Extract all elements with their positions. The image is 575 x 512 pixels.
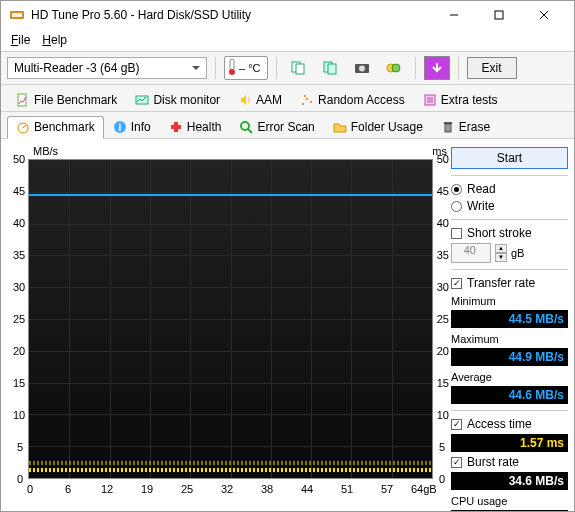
y-tick-r: 45 <box>437 185 449 197</box>
x-tick: 0 <box>27 483 33 495</box>
x-tick: 25 <box>181 483 193 495</box>
close-button[interactable] <box>521 1 566 29</box>
menu-file[interactable]: File <box>7 31 34 49</box>
write-radio[interactable]: Write <box>451 199 568 213</box>
short-stroke-spinner[interactable]: ▲▼ <box>495 244 507 262</box>
x-tick: 32 <box>221 483 233 495</box>
toolbar-separator <box>458 57 459 79</box>
exit-button[interactable]: Exit <box>467 57 517 79</box>
health-icon <box>169 120 183 134</box>
copy-info-button[interactable] <box>285 56 311 80</box>
short-stroke-input[interactable]: 40 <box>451 243 491 263</box>
checkbox-label: Transfer rate <box>467 276 535 290</box>
tabrow-top: File Benchmark Disk monitor AAM Random A… <box>1 85 574 112</box>
tab-erase[interactable]: Erase <box>432 116 499 138</box>
x-tick: 12 <box>101 483 113 495</box>
maximize-button[interactable] <box>476 1 521 29</box>
tab-disk-monitor[interactable]: Disk monitor <box>126 89 229 111</box>
svg-point-7 <box>229 69 235 75</box>
window-title: HD Tune Pro 5.60 - Hard Disk/SSD Utility <box>31 8 431 22</box>
checkbox-label: Burst rate <box>467 455 519 469</box>
tab-label: Erase <box>459 120 490 134</box>
x-tick: 51 <box>341 483 353 495</box>
y-tick: 15 <box>13 377 25 389</box>
y-tick: 10 <box>13 409 25 421</box>
y-tick-r: 30 <box>437 281 449 293</box>
svg-rect-27 <box>171 125 181 129</box>
y-tick-r: 20 <box>437 345 449 357</box>
tab-error-scan[interactable]: Error Scan <box>230 116 323 138</box>
svg-rect-3 <box>495 11 503 19</box>
y-tick: 20 <box>13 345 25 357</box>
y-tick: 30 <box>13 281 25 293</box>
access-time-checkbox[interactable]: Access time <box>451 417 568 431</box>
tab-label: Disk monitor <box>153 93 220 107</box>
x-tick: 19 <box>141 483 153 495</box>
y-tick-r: 25 <box>437 313 449 325</box>
tab-extra-tests[interactable]: Extra tests <box>414 89 507 111</box>
menu-help[interactable]: Help <box>38 31 71 49</box>
tab-random-access[interactable]: Random Access <box>291 89 414 111</box>
tab-health[interactable]: Health <box>160 116 231 138</box>
y-tick-r: 35 <box>437 249 449 261</box>
error-scan-icon <box>239 120 253 134</box>
x-tick: 57 <box>381 483 393 495</box>
y-tick-r: 40 <box>437 217 449 229</box>
svg-rect-6 <box>230 59 234 70</box>
short-stroke-checkbox[interactable]: Short stroke <box>451 226 568 240</box>
y-tick-r: 15 <box>437 377 449 389</box>
unit-label: gB <box>511 247 524 259</box>
disk-monitor-icon <box>135 93 149 107</box>
svg-rect-31 <box>444 122 452 124</box>
tab-label: AAM <box>256 93 282 107</box>
svg-text:i: i <box>118 122 121 133</box>
y-tick-r: 5 <box>439 441 445 453</box>
y-tick-r: 0 <box>439 473 445 485</box>
svg-point-28 <box>241 122 249 130</box>
tab-label: Info <box>131 120 151 134</box>
minimize-button[interactable] <box>431 1 476 29</box>
maximum-label: Maximum <box>451 333 568 345</box>
tab-info[interactable]: iInfo <box>104 116 160 138</box>
y-axis-left-label: MB/s <box>33 145 58 157</box>
tab-label: Folder Usage <box>351 120 423 134</box>
maximum-value: 44.9 MB/s <box>451 348 568 366</box>
tab-folder-usage[interactable]: Folder Usage <box>324 116 432 138</box>
start-button[interactable]: Start <box>451 147 568 169</box>
burst-rate-value: 34.6 MB/s <box>451 472 568 490</box>
transfer-rate-checkbox[interactable]: Transfer rate <box>451 276 568 290</box>
device-select[interactable]: Multi-Reader -3 (64 gB) <box>7 57 207 79</box>
save-button[interactable] <box>424 56 450 80</box>
svg-rect-9 <box>296 64 304 74</box>
checkbox-icon <box>451 228 462 239</box>
minimum-value: 44.5 MB/s <box>451 310 568 328</box>
average-label: Average <box>451 371 568 383</box>
checkbox-label: Access time <box>467 417 532 431</box>
read-radio[interactable]: Read <box>451 182 568 196</box>
screenshot-button[interactable] <box>349 56 375 80</box>
tabrow-bottom: Benchmark iInfo Health Error Scan Folder… <box>1 112 574 139</box>
cpu-usage-label: CPU usage <box>451 495 568 507</box>
tab-label: Health <box>187 120 222 134</box>
app-icon <box>9 7 25 23</box>
copy-screenshot-button[interactable] <box>317 56 343 80</box>
tab-label: Extra tests <box>441 93 498 107</box>
access-time-points <box>29 468 432 472</box>
tab-file-benchmark[interactable]: File Benchmark <box>7 89 126 111</box>
x-tick: 38 <box>261 483 273 495</box>
burst-rate-checkbox[interactable]: Burst rate <box>451 455 568 469</box>
options-button[interactable] <box>381 56 407 80</box>
tab-benchmark[interactable]: Benchmark <box>7 116 104 139</box>
info-icon: i <box>113 120 127 134</box>
x-tick: 44 <box>301 483 313 495</box>
svg-rect-11 <box>328 64 336 74</box>
extra-tests-icon <box>423 93 437 107</box>
menubar: File Help <box>1 29 574 52</box>
checkbox-icon <box>451 457 462 468</box>
file-benchmark-icon <box>16 93 30 107</box>
tab-aam[interactable]: AAM <box>229 89 291 111</box>
y-tick-r: 50 <box>437 153 449 165</box>
thermometer-icon <box>227 58 237 78</box>
random-access-icon <box>300 93 314 107</box>
temperature-display: – °C <box>224 56 268 80</box>
